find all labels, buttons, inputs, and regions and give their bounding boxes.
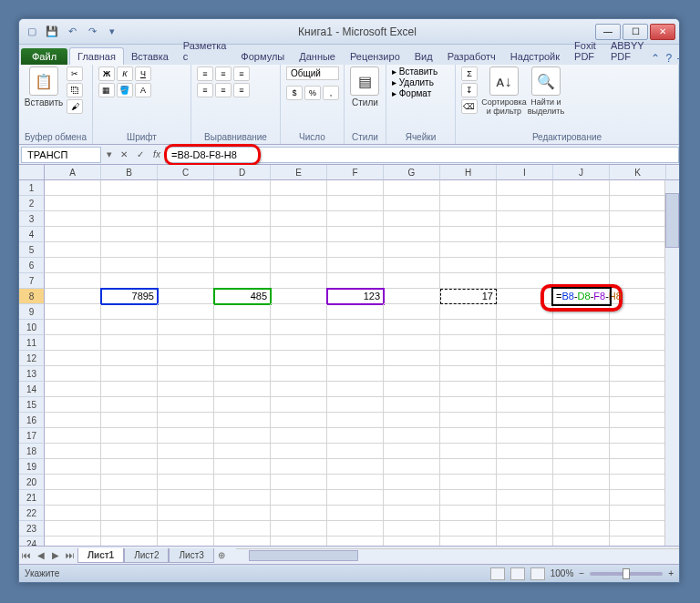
- tab-nav-first-icon[interactable]: ⏮: [19, 550, 34, 560]
- cell-B16[interactable]: [101, 413, 158, 428]
- column-header-B[interactable]: B: [101, 165, 158, 180]
- cell-D24[interactable]: [214, 537, 271, 546]
- cell-G11[interactable]: [384, 335, 440, 351]
- column-header-L[interactable]: L: [666, 165, 679, 180]
- delete-cells-button[interactable]: ▸ Удалить: [392, 77, 434, 87]
- redo-icon[interactable]: ↷: [83, 23, 101, 41]
- cell-H24[interactable]: [440, 537, 497, 546]
- tab-layout[interactable]: Разметка с: [176, 37, 234, 65]
- cell-K24[interactable]: [610, 537, 666, 546]
- qat-dropdown-icon[interactable]: ▾: [103, 23, 121, 41]
- row-header-22[interactable]: 22: [19, 506, 45, 521]
- cell-A18[interactable]: [45, 444, 101, 459]
- cell-G13[interactable]: [384, 366, 440, 382]
- cell-J9[interactable]: [553, 304, 610, 320]
- sheet-tab-3[interactable]: Лист3: [169, 548, 213, 563]
- fx-icon[interactable]: fx: [149, 149, 165, 159]
- cell-C5[interactable]: [158, 242, 214, 258]
- cell-H22[interactable]: [440, 506, 497, 521]
- cell-C9[interactable]: [158, 304, 214, 320]
- cell-G1[interactable]: [384, 180, 440, 196]
- cell-H4[interactable]: [440, 227, 497, 242]
- cell-K11[interactable]: [610, 335, 666, 351]
- tab-developer[interactable]: Разработч: [440, 48, 503, 65]
- cell-K6[interactable]: [610, 258, 666, 273]
- cell-E9[interactable]: [271, 304, 327, 320]
- cell-J2[interactable]: [553, 196, 610, 211]
- cell-A10[interactable]: [45, 320, 101, 335]
- number-format-dropdown[interactable]: Общий: [286, 66, 339, 80]
- cell-J13[interactable]: [553, 366, 610, 382]
- sheet-tab-1[interactable]: Лист1: [77, 548, 124, 563]
- format-cells-button[interactable]: ▸ Формат: [392, 88, 431, 98]
- cell-F2[interactable]: [327, 196, 384, 211]
- cell-D3[interactable]: [214, 211, 271, 227]
- cell-F16[interactable]: [327, 413, 384, 428]
- cell-K1[interactable]: [610, 180, 666, 196]
- italic-button[interactable]: К: [117, 66, 133, 81]
- cell-B3[interactable]: [101, 211, 158, 227]
- cell-G8[interactable]: [384, 289, 440, 304]
- sheet-tab-2[interactable]: Лист2: [124, 548, 169, 563]
- file-tab[interactable]: Файл: [21, 48, 67, 65]
- cell-B24[interactable]: [101, 537, 158, 546]
- cell-A1[interactable]: [45, 180, 101, 196]
- cell-J6[interactable]: [553, 258, 610, 273]
- cell-J16[interactable]: [553, 413, 610, 428]
- cell-A17[interactable]: [45, 428, 101, 444]
- align-middle-icon[interactable]: ≡: [215, 66, 232, 81]
- select-all-corner[interactable]: [19, 165, 45, 180]
- row-header-7[interactable]: 7: [19, 273, 45, 289]
- cell-C18[interactable]: [158, 444, 214, 459]
- cell-A12[interactable]: [45, 351, 101, 366]
- cell-F14[interactable]: [327, 382, 384, 397]
- cell-H2[interactable]: [440, 196, 497, 211]
- cell-J14[interactable]: [553, 382, 610, 397]
- cell-A21[interactable]: [45, 490, 101, 506]
- formula-input[interactable]: =B8-D8-F8-H8: [165, 147, 679, 163]
- column-header-C[interactable]: C: [158, 165, 214, 180]
- cell-A15[interactable]: [45, 397, 101, 413]
- cell-B2[interactable]: [101, 196, 158, 211]
- cell-A5[interactable]: [45, 242, 101, 258]
- cell-E15[interactable]: [271, 397, 327, 413]
- cell-A2[interactable]: [45, 196, 101, 211]
- cell-A23[interactable]: [45, 521, 101, 537]
- cell-D17[interactable]: [214, 428, 271, 444]
- cell-K2[interactable]: [610, 196, 666, 211]
- cell-D15[interactable]: [214, 397, 271, 413]
- insert-cells-button[interactable]: ▸ Вставить: [392, 66, 438, 77]
- cell-E24[interactable]: [271, 537, 327, 546]
- cell-I21[interactable]: [497, 490, 553, 506]
- cell-I1[interactable]: [497, 180, 553, 196]
- tab-nav-prev-icon[interactable]: ◀: [34, 550, 48, 560]
- cell-A16[interactable]: [45, 413, 101, 428]
- cell-J4[interactable]: [553, 227, 610, 242]
- cell-J21[interactable]: [553, 490, 610, 506]
- cell-K15[interactable]: [610, 397, 666, 413]
- cell-D13[interactable]: [214, 366, 271, 382]
- zoom-in-icon[interactable]: +: [668, 568, 674, 578]
- undo-icon[interactable]: ↶: [63, 23, 81, 41]
- cell-A13[interactable]: [45, 366, 101, 382]
- cell-D14[interactable]: [214, 382, 271, 397]
- zoom-out-icon[interactable]: −: [579, 568, 584, 578]
- cell-B8[interactable]: 7895: [101, 289, 158, 304]
- cell-A11[interactable]: [45, 335, 101, 351]
- cell-H7[interactable]: [440, 273, 497, 289]
- cell-C6[interactable]: [158, 258, 214, 273]
- column-header-A[interactable]: A: [45, 165, 101, 180]
- cell-E2[interactable]: [271, 196, 327, 211]
- cell-F15[interactable]: [327, 397, 384, 413]
- cell-I10[interactable]: [497, 320, 553, 335]
- cell-J17[interactable]: [553, 428, 610, 444]
- cell-H19[interactable]: [440, 459, 497, 475]
- cell-A24[interactable]: [45, 537, 101, 546]
- cell-G4[interactable]: [384, 227, 440, 242]
- view-pagebreak-icon[interactable]: [530, 567, 545, 580]
- cell-F5[interactable]: [327, 242, 384, 258]
- cell-E3[interactable]: [271, 211, 327, 227]
- percent-icon[interactable]: %: [304, 86, 321, 100]
- column-header-E[interactable]: E: [271, 165, 327, 180]
- column-header-D[interactable]: D: [214, 165, 271, 180]
